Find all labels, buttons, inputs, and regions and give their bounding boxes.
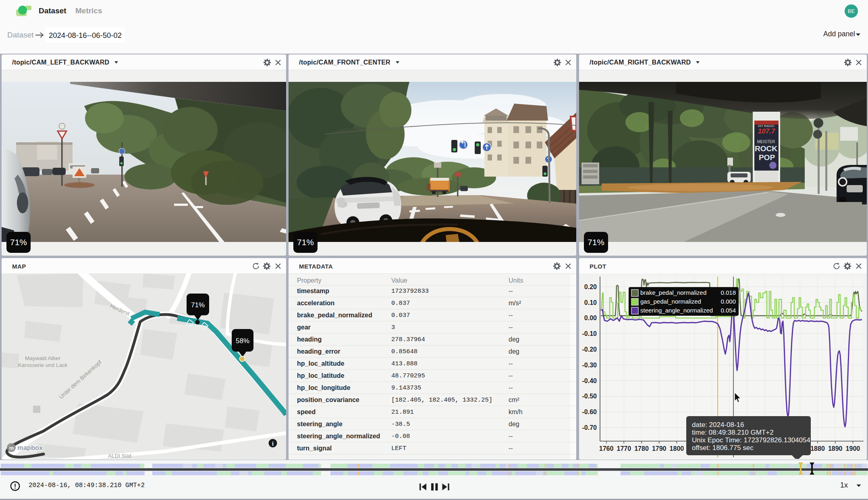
svg-text:offset: 1806.775 sec: offset: 1806.775 sec <box>692 444 754 452</box>
svg-text:0.018: 0.018 <box>721 289 736 296</box>
svg-text:1880: 1880 <box>810 445 825 452</box>
svg-text:brake_pedal_normalized: brake_pedal_normalized <box>640 289 706 296</box>
svg-text:mapbox: mapbox <box>17 444 43 451</box>
svg-text:POP: POP <box>759 153 775 162</box>
svg-text:1900: 1900 <box>846 445 860 452</box>
svg-text:Maywald Alber: Maywald Alber <box>25 355 60 361</box>
svg-text:-0.40: -0.40 <box>582 377 597 384</box>
svg-text:0.00: 0.00 <box>584 315 597 321</box>
svg-text:MEISTER: MEISTER <box>757 140 775 144</box>
svg-text:1770: 1770 <box>617 445 631 452</box>
svg-text:date: 2024-08-16: date: 2024-08-16 <box>692 421 744 429</box>
svg-text:1790: 1790 <box>652 445 667 452</box>
svg-text:ALDI Süd: ALDI Süd <box>108 453 131 459</box>
svg-text:1780: 1780 <box>634 445 649 452</box>
svg-text:m: m <box>9 445 14 451</box>
svg-text:steering_angle_normalized: steering_angle_normalized <box>640 307 713 314</box>
svg-text:1760: 1760 <box>599 445 614 452</box>
svg-text:Karosserie und Lack: Karosserie und Lack <box>18 362 67 368</box>
svg-text:ROCK: ROCK <box>755 144 777 153</box>
svg-text:1800: 1800 <box>670 445 684 452</box>
svg-text:107.7: 107.7 <box>758 127 776 135</box>
svg-text:0.10: 0.10 <box>584 299 597 306</box>
svg-text:1890: 1890 <box>828 445 843 452</box>
svg-text:i: i <box>272 441 274 447</box>
svg-text:0.000: 0.000 <box>721 298 736 305</box>
svg-text:gas_pedal_normalized: gas_pedal_normalized <box>640 298 701 305</box>
svg-text:Unix Epoc Time: 1723792826.130: Unix Epoc Time: 1723792826.1304054 <box>692 436 810 444</box>
svg-text:HIT RADIO: HIT RADIO <box>758 124 774 128</box>
svg-text:0.054: 0.054 <box>721 307 736 314</box>
svg-text:-0.60: -0.60 <box>582 408 597 415</box>
svg-text:-0.70: -0.70 <box>582 424 597 431</box>
svg-text:-0.20: -0.20 <box>582 346 597 352</box>
svg-text:58%: 58% <box>236 337 249 345</box>
svg-text:0.20: 0.20 <box>584 283 597 290</box>
svg-text:time: 08:49:38.210 GMT+2: time: 08:49:38.210 GMT+2 <box>692 429 774 436</box>
svg-text:-0.30: -0.30 <box>582 361 597 368</box>
svg-text:-0.50: -0.50 <box>582 393 597 400</box>
svg-text:-0.10: -0.10 <box>582 330 597 337</box>
svg-text:71%: 71% <box>191 301 205 309</box>
